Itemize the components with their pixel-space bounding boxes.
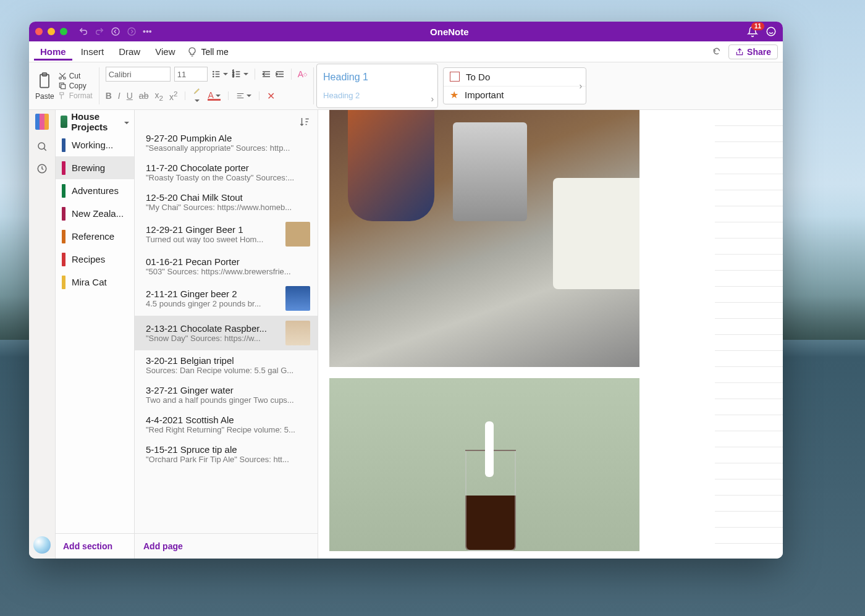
page-item[interactable]: 12-29-21 Ginger Beer 1Turned out way too…	[135, 217, 318, 251]
heading2-style[interactable]: Heading 2	[323, 91, 431, 100]
page-preview: Sources: Dan Recipe volume: 5.5 gal G...	[146, 366, 310, 375]
tab-insert[interactable]: Insert	[75, 43, 111, 61]
recent-icon[interactable]	[36, 163, 48, 174]
add-page-button[interactable]: Add page	[135, 533, 318, 559]
notebook-icon	[61, 116, 67, 128]
svg-text:3: 3	[232, 75, 234, 78]
section-color-tab	[62, 253, 65, 266]
section-color-tab	[62, 230, 65, 243]
clear-formatting-button[interactable]: A◇	[298, 69, 307, 79]
app-title: OneNote	[152, 27, 747, 37]
align-button[interactable]	[236, 91, 251, 100]
paste-label: Paste	[35, 92, 54, 101]
font-color-button[interactable]: A	[208, 91, 220, 101]
superscript-button[interactable]: x2	[169, 90, 177, 102]
section-item[interactable]: Adventures	[56, 179, 134, 202]
tab-view[interactable]: View	[149, 43, 181, 61]
notifications-button[interactable]: 11	[747, 26, 758, 37]
page-item[interactable]: 2-11-21 Ginger beer 24.5 pounds ginger 2…	[135, 281, 318, 316]
minimize-window-button[interactable]	[48, 28, 55, 35]
format-painter-button[interactable]: Format	[58, 91, 93, 100]
underline-button[interactable]: U	[127, 91, 133, 101]
subscript-button[interactable]: x2	[154, 90, 162, 102]
search-icon[interactable]	[36, 141, 48, 152]
sort-pages-button[interactable]	[299, 116, 310, 127]
font-family-select[interactable]	[106, 67, 171, 82]
page-preview: "Seasonally appropriate" Sources: http..…	[146, 143, 310, 153]
page-item[interactable]: 11-7-20 Chocolate porter"Roasty Toasty o…	[135, 158, 318, 187]
feedback-icon[interactable]	[766, 26, 777, 37]
section-item[interactable]: Reference	[56, 225, 134, 248]
tag-todo[interactable]: To Do	[444, 68, 586, 86]
copy-button[interactable]: Copy	[58, 82, 93, 90]
tab-home[interactable]: Home	[34, 43, 72, 61]
section-item[interactable]: Working...	[56, 133, 134, 156]
indent-button[interactable]	[275, 69, 285, 79]
page-title: 2-11-21 Ginger beer 2	[146, 289, 281, 299]
paste-button[interactable]: Paste	[35, 71, 54, 101]
section-item[interactable]: New Zeala...	[56, 202, 134, 225]
page-title: 5-15-21 Spruce tip ale	[146, 444, 310, 455]
ribbon: Paste Cut Copy Format 123 A	[29, 62, 783, 110]
strikethrough-button[interactable]: ab	[139, 91, 149, 101]
section-label: Reference	[72, 231, 114, 242]
share-button[interactable]: Share	[728, 44, 778, 59]
section-label: Mira Cat	[72, 277, 107, 287]
highlight-button[interactable]	[193, 86, 201, 105]
tags-gallery[interactable]: To Do ★Important	[443, 67, 586, 104]
tab-draw[interactable]: Draw	[112, 43, 146, 61]
page-item[interactable]: 9-27-20 Pumpkin Ale"Seasonally appropria…	[135, 134, 318, 158]
sync-icon[interactable]	[711, 46, 722, 57]
page-item[interactable]: 2-13-21 Chocolate Raspber..."Snow Day" S…	[135, 316, 318, 350]
notebook-picker[interactable]: House Projects	[56, 110, 134, 133]
section-color-tab	[62, 184, 65, 198]
section-label: Adventures	[72, 185, 119, 196]
bold-button[interactable]: B	[106, 91, 112, 101]
page-preview: Two and a half pounds ginger Two cups...	[146, 395, 310, 405]
back-icon[interactable]	[111, 27, 120, 36]
add-section-button[interactable]: Add section	[56, 533, 134, 559]
italic-button[interactable]: I	[118, 91, 120, 101]
cut-button[interactable]: Cut	[58, 72, 93, 80]
section-item[interactable]: Recipes	[56, 248, 134, 271]
outdent-button[interactable]	[261, 69, 271, 79]
section-color-tab	[62, 161, 65, 175]
note-canvas[interactable]	[318, 110, 783, 559]
svg-point-14	[38, 143, 45, 150]
account-avatar[interactable]	[33, 536, 51, 554]
page-thumbnail	[285, 222, 310, 247]
page-item[interactable]: 5-15-21 Spruce tip ale"Orchard Park Fir …	[135, 439, 318, 469]
page-item[interactable]: 01-16-21 Pecan Porter"503" Sources: http…	[135, 251, 318, 281]
close-window-button[interactable]	[35, 28, 43, 35]
tell-me[interactable]: Tell me	[187, 47, 228, 57]
font-size-select[interactable]	[174, 67, 208, 82]
more-icon[interactable]: •••	[143, 27, 152, 36]
page-item[interactable]: 4-4-2021 Scottish Ale"Red Right Returnin…	[135, 410, 318, 439]
redo-icon[interactable]	[95, 27, 104, 36]
tell-me-label: Tell me	[201, 47, 228, 57]
section-color-tab	[62, 276, 65, 289]
page-title: 3-20-21 Belgian tripel	[146, 355, 310, 366]
numbering-button[interactable]: 123	[232, 69, 248, 79]
delete-button[interactable]: ✕	[267, 90, 275, 102]
star-icon: ★	[450, 89, 458, 101]
section-list: House Projects Working...BrewingAdventur…	[56, 110, 135, 559]
styles-gallery[interactable]: Heading 1 Heading 2	[316, 64, 438, 108]
page-preview: 4.5 pounds ginger 2 pounds br...	[146, 299, 281, 308]
section-color-tab	[62, 138, 65, 152]
page-preview: "Roasty Toasty on the Coasty" Sources:..…	[146, 173, 310, 182]
page-item[interactable]: 3-20-21 Belgian tripelSources: Dan Recip…	[135, 350, 318, 380]
notebooks-icon[interactable]	[35, 114, 49, 130]
page-item[interactable]: 3-27-21 Ginger waterTwo and a half pound…	[135, 380, 318, 410]
page-item[interactable]: 12-5-20 Chai Milk Stout"My Chai" Sources…	[135, 187, 318, 217]
forward-icon[interactable]	[127, 27, 137, 36]
page-thumbnail	[285, 286, 310, 311]
heading1-style[interactable]: Heading 1	[323, 72, 431, 83]
section-item[interactable]: Mira Cat	[56, 271, 134, 293]
zoom-window-button[interactable]	[60, 28, 67, 35]
bullets-button[interactable]	[211, 69, 228, 79]
section-item[interactable]: Brewing	[56, 156, 134, 179]
page-title: 2-13-21 Chocolate Raspber...	[146, 323, 281, 334]
undo-icon[interactable]	[78, 27, 88, 36]
tag-important[interactable]: ★Important	[444, 86, 586, 104]
